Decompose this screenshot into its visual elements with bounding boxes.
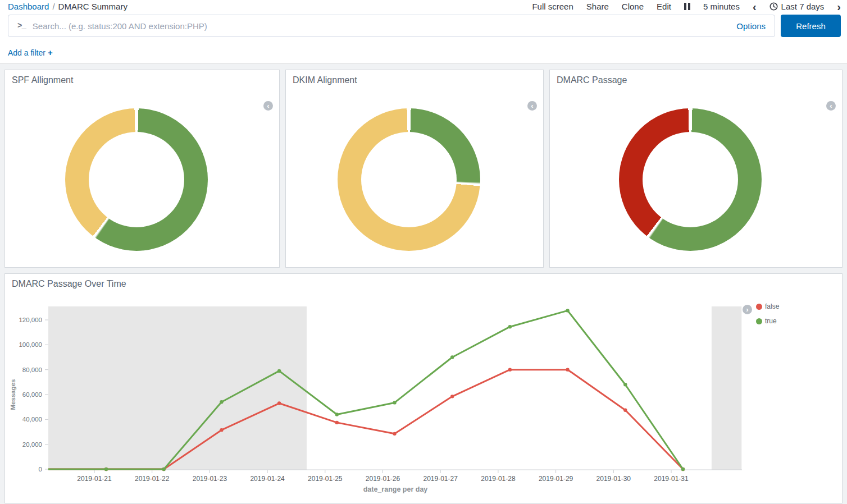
svg-text:2019-01-24: 2019-01-24 <box>250 475 285 483</box>
panel-dmarc-passage-over-time: DMARC Passage Over Time 2019-01-212019-0… <box>4 273 843 503</box>
svg-text:80,000: 80,000 <box>22 366 42 373</box>
legend-label: true <box>765 317 777 325</box>
edit-button[interactable]: Edit <box>657 2 671 11</box>
panel-spf-alignment: SPF Allignment ‹ <box>4 70 280 268</box>
legend-label: false <box>765 303 779 310</box>
svg-text:40,000: 40,000 <box>22 416 42 423</box>
outside-range-bands <box>48 306 741 470</box>
plus-icon: + <box>48 48 53 57</box>
legend-dot-icon <box>756 318 762 324</box>
add-filter-button[interactable]: Add a filter+ <box>8 48 53 57</box>
refresh-button[interactable]: Refresh <box>781 15 841 37</box>
svg-text:2019-01-28: 2019-01-28 <box>481 475 516 483</box>
x-axis-title: date_range per day <box>363 485 428 493</box>
donut-hole <box>361 132 457 227</box>
dkim-donut-chart[interactable] <box>338 108 480 251</box>
legend-item-false[interactable]: false <box>756 302 779 311</box>
svg-text:2019-01-26: 2019-01-26 <box>366 475 400 483</box>
svg-text:2019-01-25: 2019-01-25 <box>308 475 343 483</box>
svg-text:60,000: 60,000 <box>22 391 42 398</box>
legend-collapse-icon[interactable]: ‹ <box>263 101 273 111</box>
svg-text:120,000: 120,000 <box>19 317 42 323</box>
add-filter-label: Add a filter <box>8 48 45 57</box>
line-legend: falsetrue <box>756 302 779 331</box>
legend-expand-icon[interactable]: › <box>743 305 752 314</box>
legend-item-true[interactable]: true <box>756 317 779 326</box>
line-chart: 2019-01-212019-01-222019-01-232019-01-24… <box>5 274 842 503</box>
time-forward-chevron-icon[interactable]: › <box>837 3 841 11</box>
svg-text:20,000: 20,000 <box>22 441 42 448</box>
time-range-picker[interactable]: Last 7 days <box>769 2 825 11</box>
panel-dkim-alignment: DKIM Alignment ‹ <box>285 70 544 268</box>
console-prompt-icon: >_ <box>17 21 26 30</box>
share-button[interactable]: Share <box>586 2 609 11</box>
breadcrumb: Dashboard/DMARC Summary <box>8 2 127 11</box>
breadcrumb-separator: / <box>52 2 54 11</box>
time-range-label: Last 7 days <box>781 2 825 11</box>
legend-dot-icon <box>756 304 762 310</box>
y-axis: 020,00040,00060,00080,000100,000120,000 <box>19 317 48 473</box>
donut-hole <box>643 132 738 227</box>
x-axis: 2019-01-212019-01-222019-01-232019-01-24… <box>48 470 742 483</box>
search-bar: >_ Options <box>8 15 775 37</box>
clock-icon <box>769 2 778 11</box>
svg-text:2019-01-30: 2019-01-30 <box>596 475 631 483</box>
dmarc-donut-chart[interactable] <box>619 108 762 251</box>
top-menu: Full screen Share Clone Edit 5 minutes ‹… <box>532 2 841 11</box>
panel-title: DKIM Alignment <box>293 75 357 85</box>
dashboard-grid: SPF Allignment ‹ DKIM Alignment ‹ DMARC … <box>0 63 847 504</box>
panel-dmarc-passage: DMARC Passage ‹ <box>549 70 843 268</box>
svg-text:100,000: 100,000 <box>19 341 42 348</box>
breadcrumb-dashboard-link[interactable]: Dashboard <box>8 2 49 11</box>
panel-title: DMARC Passage <box>557 75 627 85</box>
search-input[interactable] <box>33 21 730 31</box>
svg-text:2019-01-27: 2019-01-27 <box>424 475 458 483</box>
legend-collapse-icon[interactable]: ‹ <box>826 101 836 111</box>
panel-title: SPF Allignment <box>12 75 73 85</box>
time-back-chevron-icon[interactable]: ‹ <box>753 3 757 11</box>
svg-text:2019-01-23: 2019-01-23 <box>193 475 227 483</box>
svg-text:2019-01-22: 2019-01-22 <box>135 475 170 483</box>
search-options-link[interactable]: Options <box>736 21 766 31</box>
svg-text:0: 0 <box>39 466 42 473</box>
donut-hole <box>89 132 184 227</box>
refresh-interval-button[interactable]: 5 minutes <box>703 2 740 11</box>
svg-text:2019-01-31: 2019-01-31 <box>654 475 689 483</box>
svg-text:2019-01-29: 2019-01-29 <box>539 475 573 483</box>
page-title: DMARC Summary <box>58 2 127 11</box>
full-screen-button[interactable]: Full screen <box>532 2 573 11</box>
pause-icon[interactable] <box>684 3 690 10</box>
legend-collapse-icon[interactable]: ‹ <box>527 101 537 111</box>
spf-donut-chart[interactable] <box>65 108 208 251</box>
svg-text:2019-01-21: 2019-01-21 <box>77 475 112 483</box>
y-axis-title: Messages <box>10 379 16 410</box>
clone-button[interactable]: Clone <box>622 2 644 11</box>
